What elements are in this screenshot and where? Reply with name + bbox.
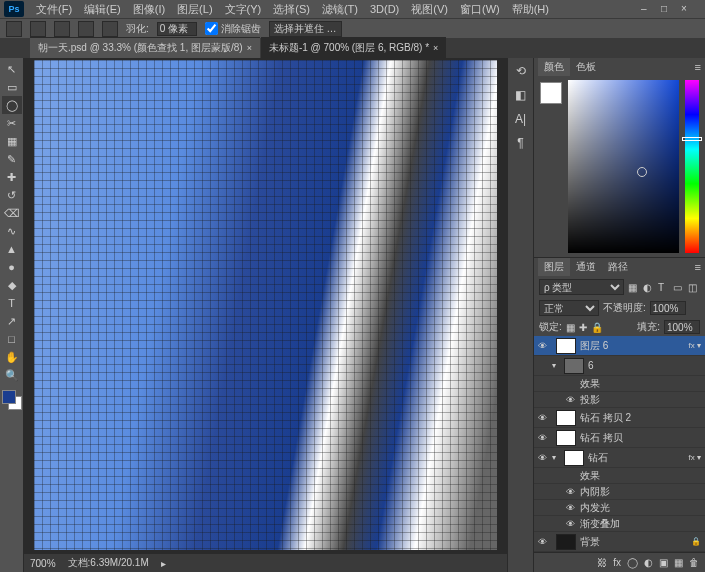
menu-file[interactable]: 文件(F)	[30, 2, 78, 17]
layer-name[interactable]: 内阴影	[580, 485, 610, 499]
layer-name[interactable]: 图层 6	[580, 339, 608, 353]
layer-row[interactable]: 👁内阴影	[534, 484, 705, 500]
panel-menu-icon[interactable]: ≡	[691, 261, 705, 273]
foreground-color-swatch[interactable]	[2, 390, 16, 404]
shape-tool[interactable]: □	[2, 330, 22, 348]
tab-color[interactable]: 颜色	[538, 58, 570, 76]
visibility-icon[interactable]: 👁	[538, 413, 552, 423]
document-tab-1[interactable]: 朝一天.psd @ 33.3% (颜色查找 1, 图层蒙版/8)×	[30, 37, 260, 58]
layer-row[interactable]: 👁背景🔒	[534, 532, 705, 552]
color-picker[interactable]	[534, 76, 705, 257]
select-and-mask-button[interactable]: 选择并遮住 …	[269, 21, 342, 37]
layer-thumbnail[interactable]	[556, 410, 576, 426]
hue-marker[interactable]	[682, 137, 702, 141]
new-group-icon[interactable]: ▣	[659, 557, 668, 568]
layer-name[interactable]: 内发光	[580, 501, 610, 515]
visibility-icon[interactable]: 👁	[538, 341, 552, 351]
layer-row[interactable]: ▾6	[534, 356, 705, 376]
layer-thumbnail[interactable]	[556, 534, 576, 550]
selection-add-icon[interactable]	[54, 21, 70, 37]
filter-shape-icon[interactable]: ▭	[673, 282, 685, 293]
zoom-level[interactable]: 700%	[30, 558, 56, 569]
history-icon[interactable]: ⟲	[512, 62, 530, 80]
close-icon[interactable]: ×	[433, 43, 438, 53]
expand-icon[interactable]: ▾	[552, 361, 560, 370]
visibility-icon[interactable]: 👁	[538, 433, 552, 443]
pen-tool[interactable]: ◆	[2, 276, 22, 294]
crop-tool[interactable]: ✂	[2, 114, 22, 132]
eyedropper-tool[interactable]: ✎	[2, 150, 22, 168]
fill-input[interactable]	[664, 320, 700, 334]
menu-3d[interactable]: 3D(D)	[364, 3, 405, 15]
menu-edit[interactable]: 编辑(E)	[78, 2, 127, 17]
layer-name[interactable]: 钻石 拷贝 2	[580, 411, 631, 425]
visibility-icon[interactable]: 👁	[566, 487, 580, 497]
layer-row[interactable]: 👁图层 6fx ▾	[534, 336, 705, 356]
layer-thumbnail[interactable]	[556, 338, 576, 354]
new-adjustment-icon[interactable]: ◐	[644, 557, 653, 568]
layer-name[interactable]: 投影	[580, 393, 600, 407]
new-layer-icon[interactable]: ▦	[674, 557, 683, 568]
layer-row[interactable]: 👁钻石 拷贝	[534, 428, 705, 448]
layer-thumbnail[interactable]	[556, 430, 576, 446]
layer-name[interactable]: 6	[588, 360, 594, 371]
blur-tool[interactable]: ●	[2, 258, 22, 276]
visibility-icon[interactable]: 👁	[566, 503, 580, 513]
layer-name[interactable]: 效果	[580, 469, 600, 483]
menu-help[interactable]: 帮助(H)	[506, 2, 555, 17]
tab-channels[interactable]: 通道	[570, 258, 602, 276]
visibility-icon[interactable]: 👁	[566, 395, 580, 405]
hue-slider[interactable]	[685, 80, 699, 253]
zoom-tool[interactable]: 🔍	[2, 366, 22, 384]
marquee-tool[interactable]: ▭	[2, 78, 22, 96]
close-icon[interactable]: ×	[247, 43, 252, 53]
layer-row[interactable]: 👁投影	[534, 392, 705, 408]
menu-window[interactable]: 窗口(W)	[454, 2, 506, 17]
layer-row[interactable]: 效果	[534, 376, 705, 392]
visibility-icon[interactable]: 👁	[538, 537, 552, 547]
tool-preset-icon[interactable]	[6, 21, 22, 37]
minimize-button[interactable]: –	[641, 3, 653, 15]
filter-type-icon[interactable]: T	[658, 282, 670, 293]
brush-tool[interactable]: ↺	[2, 186, 22, 204]
type-tool[interactable]: T	[2, 294, 22, 312]
character-icon[interactable]: A|	[512, 110, 530, 128]
menu-type[interactable]: 文字(Y)	[219, 2, 268, 17]
layer-name[interactable]: 效果	[580, 377, 600, 391]
delete-layer-icon[interactable]: 🗑	[689, 557, 699, 568]
layer-mask-icon[interactable]: ◯	[627, 557, 638, 568]
document-size[interactable]: 文档:6.39M/20.1M	[68, 556, 149, 570]
filter-image-icon[interactable]: ▦	[628, 282, 640, 293]
eraser-tool[interactable]: ∿	[2, 222, 22, 240]
layer-name[interactable]: 钻石	[588, 451, 608, 465]
link-layers-icon[interactable]: ⛓	[597, 557, 607, 568]
blend-mode-select[interactable]: 正常	[539, 300, 599, 316]
layer-fx-icon[interactable]: fx	[613, 557, 621, 568]
path-tool[interactable]: ↗	[2, 312, 22, 330]
frame-tool[interactable]: ▦	[2, 132, 22, 150]
canvas-area[interactable]	[24, 58, 507, 554]
menu-select[interactable]: 选择(S)	[267, 2, 316, 17]
layer-thumbnail[interactable]	[564, 358, 584, 374]
status-arrow-icon[interactable]: ▸	[161, 558, 166, 569]
menu-view[interactable]: 视图(V)	[405, 2, 454, 17]
visibility-icon[interactable]: 👁	[566, 519, 580, 529]
fx-badge[interactable]: fx ▾	[689, 453, 701, 462]
gradient-tool[interactable]: ▲	[2, 240, 22, 258]
expand-icon[interactable]: ▾	[552, 453, 560, 462]
opacity-input[interactable]	[650, 301, 686, 315]
filter-smart-icon[interactable]: ◫	[688, 282, 700, 293]
lock-all-icon[interactable]: 🔒	[591, 322, 603, 333]
menu-filter[interactable]: 滤镜(T)	[316, 2, 364, 17]
move-tool[interactable]: ↖	[2, 60, 22, 78]
color-swatches[interactable]	[2, 390, 21, 414]
lock-pixels-icon[interactable]: ▦	[566, 322, 575, 333]
clone-tool[interactable]: ⌫	[2, 204, 22, 222]
document-tab-2[interactable]: 未标题-1 @ 700% (图层 6, RGB/8) *×	[261, 37, 446, 58]
color-field[interactable]	[568, 80, 679, 253]
panel-menu-icon[interactable]: ≡	[691, 61, 705, 73]
tab-paths[interactable]: 路径	[602, 258, 634, 276]
selection-new-icon[interactable]	[30, 21, 46, 37]
layer-name[interactable]: 渐变叠加	[580, 517, 620, 531]
layer-filter-select[interactable]: ρ 类型	[539, 279, 624, 295]
